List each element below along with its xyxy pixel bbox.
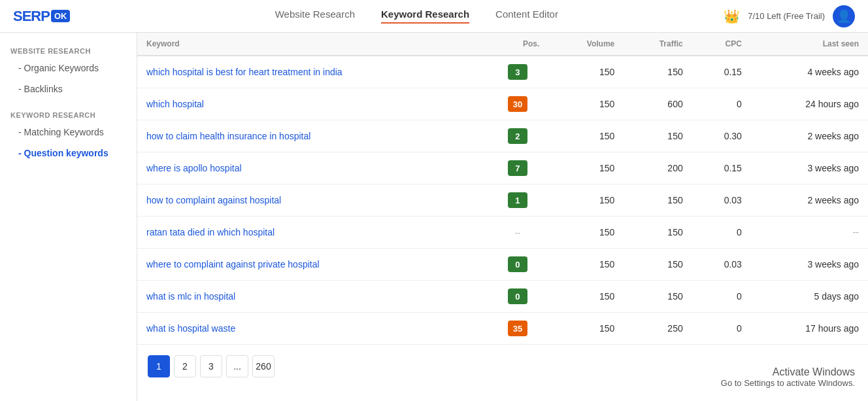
keyword-link[interactable]: where is apollo hospital [146, 163, 242, 173]
table-row: how to claim health insurance in hospita… [137, 120, 868, 152]
cell-traffic: 150 [624, 184, 692, 217]
table-row: what is hospital waste35150250017 hours … [137, 313, 868, 345]
pos-badge: 2 [508, 128, 527, 144]
col-header-traffic: Traffic [624, 33, 692, 56]
layout: WEBSITE RESEARCH - Organic Keywords - Ba… [0, 33, 868, 401]
table-row: how to complaint against hospital1150150… [137, 184, 868, 217]
pos-badge: 7 [508, 160, 527, 176]
activation-line2: Go to Settings to activate Windows. [721, 378, 855, 388]
table-row: where to complaint against private hospi… [137, 249, 868, 281]
cell-pos: 35 [487, 313, 549, 345]
keywords-table: Keyword Pos. Volume Traffic CPC Last see… [137, 33, 868, 345]
page-btn-ellipsis[interactable]: ... [226, 355, 248, 377]
keyword-link[interactable]: where to complaint against private hospi… [146, 259, 320, 270]
col-header-cpc: CPC [692, 33, 751, 56]
cell-last-seen: 4 weeks ago [751, 56, 868, 88]
sidebar: WEBSITE RESEARCH - Organic Keywords - Ba… [0, 33, 137, 401]
cell-keyword: how to claim health insurance in hospita… [137, 120, 487, 152]
page-btn-3[interactable]: 3 [200, 355, 222, 377]
cell-traffic: 150 [624, 249, 692, 281]
cell-last-seen: 2 weeks ago [751, 184, 868, 217]
cell-last-seen: -- [751, 217, 868, 249]
cell-volume: 150 [548, 313, 624, 345]
keyword-link[interactable]: which hospital [146, 99, 204, 109]
pos-badge: 0 [508, 288, 527, 304]
cell-keyword: where is apollo hospital [137, 152, 487, 184]
page-btn-1[interactable]: 1 [148, 355, 170, 377]
table-header-row: Keyword Pos. Volume Traffic CPC Last see… [137, 33, 868, 56]
cell-traffic: 150 [624, 281, 692, 313]
sidebar-item-backlinks[interactable]: - Backlinks [0, 78, 137, 99]
pos-badge: 3 [508, 64, 527, 80]
main-nav: Website Research Keyword Research Conten… [109, 9, 724, 24]
cell-keyword: ratan tata died in which hospital [137, 217, 487, 249]
logo-serp-text: SERP [13, 8, 50, 25]
page-btn-260[interactable]: 260 [252, 355, 275, 377]
nav-keyword-research[interactable]: Keyword Research [381, 9, 469, 24]
keyword-link[interactable]: how to claim health insurance in hospita… [146, 131, 310, 141]
cell-volume: 150 [548, 249, 624, 281]
cell-pos: 3 [487, 56, 549, 88]
cell-traffic: 150 [624, 56, 692, 88]
table-row: which hospital30150600024 hours ago [137, 88, 868, 120]
cell-pos: 30 [487, 88, 549, 120]
cell-pos: -- [487, 217, 549, 249]
cell-last-seen: 2 weeks ago [751, 120, 868, 152]
cell-traffic: 200 [624, 152, 692, 184]
avatar-icon: 👤 [837, 9, 851, 24]
sidebar-item-matching-keywords[interactable]: - Matching Keywords [0, 122, 137, 143]
cell-pos: 0 [487, 281, 549, 313]
cell-volume: 150 [548, 152, 624, 184]
keyword-link[interactable]: which hospital is best for heart treatme… [146, 67, 342, 77]
keyword-link[interactable]: what is mlc in hospital [146, 291, 235, 302]
pos-badge: -- [508, 224, 527, 240]
cell-last-seen: 3 weeks ago [751, 249, 868, 281]
pos-badge: 1 [508, 192, 527, 208]
trial-text: 7/10 Left (Free Trail) [748, 11, 825, 21]
cell-keyword: what is hospital waste [137, 313, 487, 345]
logo[interactable]: SERP OK [13, 8, 70, 25]
table-row: where is apollo hospital71502000.153 wee… [137, 152, 868, 184]
sidebar-item-organic-keywords[interactable]: - Organic Keywords [0, 58, 137, 78]
nav-content-editor[interactable]: Content Editor [495, 9, 558, 24]
cell-cpc: 0.15 [692, 56, 751, 88]
cell-cpc: 0 [692, 88, 751, 120]
cell-pos: 7 [487, 152, 549, 184]
cell-pos: 2 [487, 120, 549, 152]
col-header-last-seen: Last seen [751, 33, 868, 56]
activation-watermark: Activate Windows Go to Settings to activ… [721, 366, 855, 388]
cell-last-seen: 17 hours ago [751, 313, 868, 345]
pos-badge: 35 [508, 321, 527, 336]
cell-traffic: 600 [624, 88, 692, 120]
logo-ok-badge: OK [51, 10, 71, 22]
cell-cpc: 0.30 [692, 120, 751, 152]
sidebar-item-question-keywords[interactable]: - Question keywords [0, 143, 137, 164]
cell-volume: 150 [548, 184, 624, 217]
pos-badge: 0 [508, 256, 527, 272]
crown-icon: 👑 [724, 9, 740, 24]
keyword-link[interactable]: what is hospital waste [146, 323, 235, 334]
cell-last-seen: 5 days ago [751, 281, 868, 313]
cell-cpc: 0 [692, 281, 751, 313]
sidebar-keyword-research-title: KEYWORD RESEARCH [0, 107, 137, 122]
col-header-volume: Volume [548, 33, 624, 56]
page-btn-2[interactable]: 2 [174, 355, 196, 377]
cell-volume: 150 [548, 281, 624, 313]
nav-website-research[interactable]: Website Research [275, 9, 355, 24]
activation-line1: Activate Windows [721, 366, 855, 378]
cell-keyword: how to complaint against hospital [137, 184, 487, 217]
header-right: 👑 7/10 Left (Free Trail) 👤 [724, 5, 855, 27]
avatar[interactable]: 👤 [833, 5, 855, 27]
keyword-link[interactable]: how to complaint against hospital [146, 195, 281, 205]
table-row: ratan tata died in which hospital--15015… [137, 217, 868, 249]
cell-last-seen: 24 hours ago [751, 88, 868, 120]
cell-last-seen: 3 weeks ago [751, 152, 868, 184]
cell-keyword: where to complaint against private hospi… [137, 249, 487, 281]
cell-keyword: what is mlc in hospital [137, 281, 487, 313]
table-row: what is mlc in hospital015015005 days ag… [137, 281, 868, 313]
table-row: which hospital is best for heart treatme… [137, 56, 868, 88]
cell-cpc: 0.15 [692, 152, 751, 184]
cell-cpc: 0 [692, 313, 751, 345]
cell-keyword: which hospital [137, 88, 487, 120]
keyword-link[interactable]: ratan tata died in which hospital [146, 227, 275, 237]
